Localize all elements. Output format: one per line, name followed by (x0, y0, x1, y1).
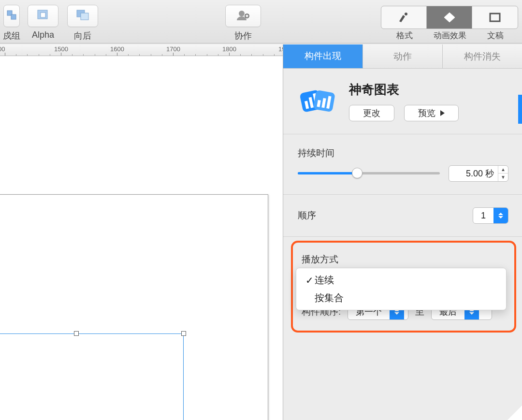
paintbrush-icon (397, 12, 411, 23)
segment-format[interactable] (381, 6, 427, 29)
effect-name: 神奇图表 (349, 81, 508, 98)
checkmark-icon: ✓ (304, 275, 315, 286)
duration-step-down[interactable]: ▼ (498, 174, 508, 181)
group-icon (6, 10, 17, 22)
play-icon (440, 110, 445, 116)
main-toolbar: 戍组 Alpha 向后 协作 格式 (0, 0, 522, 43)
toolbar-group-button[interactable]: 戍组 (0, 5, 23, 42)
section-order: 顺序 1 (283, 195, 522, 237)
duration-slider[interactable] (298, 166, 440, 181)
tab-action[interactable]: 动作 (363, 44, 443, 68)
duration-value: 5.00 秒 (449, 168, 498, 179)
magic-chart-icon (298, 85, 336, 118)
resize-handle-top-center[interactable] (74, 331, 79, 336)
order-label: 顺序 (298, 209, 316, 222)
inspector-tabs: 构件出现 动作 构件消失 (283, 44, 522, 69)
ruler-label: 1500 (54, 45, 68, 53)
document-icon (489, 12, 501, 23)
svg-rect-12 (490, 14, 500, 21)
playback-option-by-set[interactable]: 按集合 (296, 289, 506, 307)
segment-animate[interactable] (427, 6, 472, 29)
tab-build-in[interactable]: 构件出现 (283, 44, 363, 68)
playback-mode-popup: ✓ 连续 按集合 (296, 268, 507, 310)
section-effect: 神奇图表 更改 预览 (283, 69, 522, 134)
toolbar-collaborate-button[interactable]: 协作 (217, 5, 270, 42)
order-dropdown[interactable]: 1 (473, 207, 508, 224)
toolbar-back-label: 向后 (63, 30, 102, 42)
duration-step-up[interactable]: ▲ (498, 166, 508, 174)
selection-box[interactable] (0, 333, 184, 420)
toolbar-back-button[interactable]: 向后 (63, 5, 102, 42)
change-effect-button[interactable]: 更改 (349, 105, 394, 121)
svg-rect-5 (81, 13, 88, 20)
slide-canvas[interactable] (0, 56, 283, 420)
tab-build-out[interactable]: 构件消失 (443, 44, 522, 68)
segment-animate-label: 动画效果 (427, 30, 473, 41)
preview-effect-button[interactable]: 预览 (404, 105, 459, 121)
svg-marker-11 (444, 13, 455, 22)
svg-point-10 (405, 13, 407, 15)
inspector-panel: 构件出现 动作 构件消失 神奇图表 (283, 44, 522, 420)
toolbar-alpha-label: Alpha (23, 30, 63, 40)
playback-option-continuous[interactable]: ✓ 连续 (296, 271, 506, 289)
svg-rect-3 (41, 13, 45, 17)
inspector-mode-segmented[interactable] (381, 6, 518, 29)
svg-point-6 (239, 11, 245, 16)
resize-handle-top-right[interactable] (181, 331, 186, 336)
page-corner-notch (508, 406, 522, 420)
section-duration: 持续时间 5.00 秒 ▲ ▼ (283, 134, 522, 195)
duration-stepper[interactable]: 5.00 秒 ▲ ▼ (449, 165, 508, 182)
svg-rect-1 (11, 14, 16, 19)
segment-format-label: 格式 (382, 30, 427, 41)
ruler-label: 00 (0, 45, 5, 53)
section-playback-mode: 播放方式 ✓ 连续 按集合 构件顺序: 第一个 至 最后 (291, 241, 516, 333)
toolbar-collaborate-label: 协作 (217, 30, 270, 42)
duration-label: 持续时间 (298, 147, 508, 159)
segment-document-label: 文稿 (473, 30, 518, 41)
send-backward-icon (76, 9, 89, 23)
ruler-label: 1900 (278, 45, 283, 53)
chevrons-icon (493, 208, 508, 223)
playback-mode-label: 播放方式 (302, 253, 505, 266)
collaborate-icon (236, 9, 250, 23)
diamond-icon (443, 12, 456, 23)
order-value: 1 (473, 211, 493, 221)
ruler-label: 1800 (222, 45, 236, 53)
segment-document[interactable] (472, 6, 518, 29)
inspector-accent-strip (518, 95, 522, 124)
ruler-label: 1700 (166, 45, 180, 53)
toolbar-alpha-button[interactable]: Alpha (23, 5, 63, 42)
ruler-label: 1600 (110, 45, 124, 53)
horizontal-ruler: 0015001600170018001900 (0, 44, 283, 56)
alpha-icon (37, 9, 49, 23)
toolbar-group-label: 戍组 (0, 30, 23, 42)
